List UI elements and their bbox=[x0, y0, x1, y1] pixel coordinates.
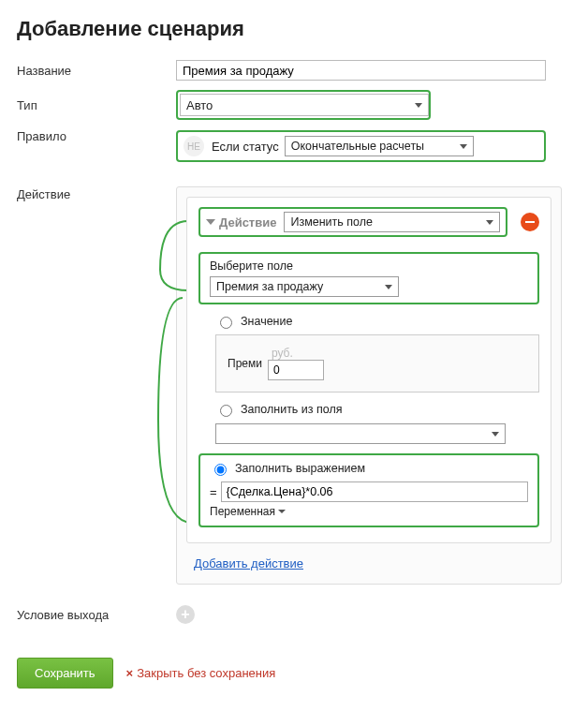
action-label: Действие bbox=[17, 180, 176, 201]
field-select[interactable]: Премия за продажу bbox=[210, 276, 399, 297]
variable-dropdown[interactable]: Переменная bbox=[210, 505, 286, 518]
field-selection-box: Выберите поле Премия за продажу bbox=[198, 252, 539, 304]
not-toggle[interactable]: НЕ bbox=[184, 136, 204, 156]
equals-sign: = bbox=[210, 485, 217, 499]
chevron-down-icon bbox=[492, 432, 499, 437]
field-select-value: Премия за продажу bbox=[216, 280, 323, 293]
save-button[interactable]: Сохранить bbox=[17, 658, 113, 689]
cancel-label: Закрыть без сохранения bbox=[137, 666, 275, 680]
value-input[interactable] bbox=[268, 360, 324, 380]
status-select-value: Окончательные расчеты bbox=[291, 140, 424, 153]
action-type-value: Изменить поле bbox=[290, 215, 373, 229]
type-select-value: Авто bbox=[186, 98, 213, 112]
name-input[interactable] bbox=[176, 60, 546, 81]
chevron-down-icon bbox=[415, 103, 422, 108]
action-panel: Действие Изменить поле Выберите поле Пре… bbox=[176, 186, 562, 585]
chevron-down-icon bbox=[278, 510, 286, 513]
fromfield-select[interactable] bbox=[215, 423, 506, 444]
action-type-select[interactable]: Изменить поле bbox=[284, 212, 500, 232]
rule-label: Правило bbox=[17, 129, 176, 143]
radio-fromfield[interactable] bbox=[220, 405, 232, 417]
radio-fromfield-label: Заполнить из поля bbox=[241, 403, 343, 416]
action-toggle[interactable]: Действие bbox=[206, 215, 276, 230]
remove-action-button[interactable] bbox=[521, 213, 539, 231]
chevron-down-icon bbox=[206, 219, 215, 225]
status-select[interactable]: Окончательные расчеты bbox=[285, 136, 474, 156]
field-label: Выберите поле bbox=[210, 259, 528, 273]
chevron-down-icon bbox=[460, 144, 467, 149]
chevron-down-icon bbox=[385, 285, 392, 289]
radio-expression-label: Заполнить выражением bbox=[235, 462, 365, 475]
expression-input[interactable] bbox=[221, 481, 528, 502]
type-select[interactable]: Авто bbox=[180, 94, 429, 116]
action-card: Действие Изменить поле Выберите поле Пре… bbox=[186, 197, 551, 543]
value-currency: руб. bbox=[272, 347, 324, 360]
action-title: Действие bbox=[219, 215, 276, 230]
exit-label: Условие выхода bbox=[17, 608, 176, 622]
page-title: Добавление сценария bbox=[17, 17, 571, 41]
add-exit-condition-button[interactable]: + bbox=[176, 605, 195, 624]
value-block: Преми руб. bbox=[215, 334, 539, 393]
type-label: Тип bbox=[17, 98, 176, 112]
close-icon: × bbox=[126, 666, 134, 680]
if-status-label: Если статус bbox=[212, 140, 279, 154]
variable-dropdown-label: Переменная bbox=[210, 505, 275, 518]
radio-value-label: Значение bbox=[241, 315, 292, 328]
cancel-link[interactable]: × Закрыть без сохранения bbox=[126, 666, 276, 680]
chevron-down-icon bbox=[486, 220, 493, 225]
radio-value[interactable] bbox=[220, 317, 232, 329]
add-action-link[interactable]: Добавить действие bbox=[194, 556, 303, 570]
expression-box: Заполнить выражением = Переменная bbox=[198, 453, 539, 527]
value-prefix: Преми bbox=[228, 357, 262, 370]
name-label: Название bbox=[17, 64, 176, 78]
radio-expression[interactable] bbox=[214, 464, 227, 476]
